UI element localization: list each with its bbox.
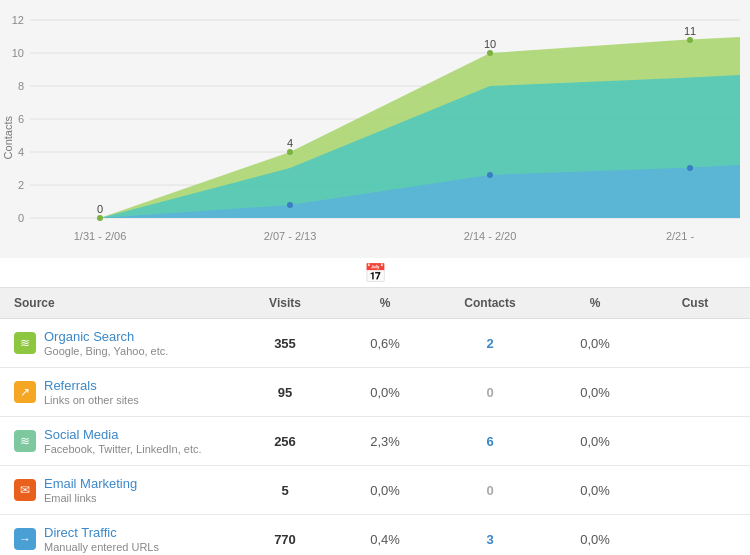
source-cell: ≋ Organic Search Google, Bing, Yahoo, et… <box>0 329 230 357</box>
source-cell: ✉ Email Marketing Email links <box>0 476 230 504</box>
source-icon: ≋ <box>14 430 36 452</box>
svg-point-26 <box>97 215 103 221</box>
svg-point-30 <box>287 202 293 208</box>
source-icon: ↗ <box>14 381 36 403</box>
table-header: Source Visits % Contacts % Cust <box>0 288 750 319</box>
cell-pct1: 0,0% <box>340 483 430 498</box>
svg-point-29 <box>687 37 693 43</box>
source-cell: ≋ Social Media Facebook, Twitter, Linked… <box>0 427 230 455</box>
svg-text:2: 2 <box>18 179 24 191</box>
svg-point-28 <box>487 50 493 56</box>
source-name[interactable]: Direct Traffic <box>44 525 159 540</box>
cell-contacts: 6 <box>430 434 550 449</box>
col-header-contacts: Contacts <box>430 296 550 310</box>
contacts-value: 0 <box>486 385 493 400</box>
source-text: Email Marketing Email links <box>44 476 137 504</box>
svg-text:1/31 - 2/06: 1/31 - 2/06 <box>74 230 127 242</box>
source-icon: → <box>14 528 36 550</box>
cell-visits: 770 <box>230 532 340 547</box>
table-body: ≋ Organic Search Google, Bing, Yahoo, et… <box>0 319 750 555</box>
table-row: ✉ Email Marketing Email links 5 0,0% 0 0… <box>0 466 750 515</box>
cell-pct2: 0,0% <box>550 483 640 498</box>
cell-visits: 5 <box>230 483 340 498</box>
svg-text:2/21 -: 2/21 - <box>666 230 694 242</box>
source-cell: ↗ Referrals Links on other sites <box>0 378 230 406</box>
cell-pct1: 0,0% <box>340 385 430 400</box>
source-desc: Email links <box>44 492 137 504</box>
cell-visits: 95 <box>230 385 340 400</box>
cell-contacts: 0 <box>430 483 550 498</box>
cell-pct2: 0,0% <box>550 532 640 547</box>
table-row: → Direct Traffic Manually entered URLs 7… <box>0 515 750 555</box>
table-row: ≋ Organic Search Google, Bing, Yahoo, et… <box>0 319 750 368</box>
cell-pct1: 2,3% <box>340 434 430 449</box>
area-chart: 12 10 8 6 4 2 0 1/31 - 2/06 2/07 - 2/13 … <box>0 0 750 258</box>
source-name[interactable]: Email Marketing <box>44 476 137 491</box>
table-row: ↗ Referrals Links on other sites 95 0,0%… <box>0 368 750 417</box>
svg-point-27 <box>287 149 293 155</box>
contacts-link[interactable]: 3 <box>486 532 493 547</box>
calendar-row[interactable]: 📅 <box>0 258 750 288</box>
svg-text:8: 8 <box>18 80 24 92</box>
chart-container: Contacts 12 10 8 6 4 2 0 1/31 - 2/06 2/0… <box>0 0 750 258</box>
svg-text:11: 11 <box>684 25 696 37</box>
cell-pct2: 0,0% <box>550 385 640 400</box>
svg-text:2/14 - 2/20: 2/14 - 2/20 <box>464 230 517 242</box>
source-desc: Links on other sites <box>44 394 139 406</box>
svg-text:12: 12 <box>12 14 24 26</box>
source-name[interactable]: Organic Search <box>44 329 168 344</box>
svg-text:10: 10 <box>12 47 24 59</box>
cell-contacts: 0 <box>430 385 550 400</box>
col-header-source: Source <box>0 296 230 310</box>
contacts-link[interactable]: 6 <box>486 434 493 449</box>
source-text: Organic Search Google, Bing, Yahoo, etc. <box>44 329 168 357</box>
cell-pct2: 0,0% <box>550 434 640 449</box>
cell-contacts: 3 <box>430 532 550 547</box>
svg-text:2/07 - 2/13: 2/07 - 2/13 <box>264 230 317 242</box>
svg-point-31 <box>487 172 493 178</box>
cell-visits: 256 <box>230 434 340 449</box>
col-header-pct1: % <box>340 296 430 310</box>
data-table: Source Visits % Contacts % Cust ≋ Organi… <box>0 288 750 555</box>
y-axis-label: Contacts <box>2 116 14 159</box>
source-desc: Google, Bing, Yahoo, etc. <box>44 345 168 357</box>
col-header-pct2: % <box>550 296 640 310</box>
source-text: Direct Traffic Manually entered URLs <box>44 525 159 553</box>
source-text: Social Media Facebook, Twitter, LinkedIn… <box>44 427 202 455</box>
svg-text:0: 0 <box>97 203 103 215</box>
source-name[interactable]: Social Media <box>44 427 202 442</box>
svg-text:0: 0 <box>18 212 24 224</box>
svg-text:4: 4 <box>287 137 293 149</box>
calendar-icon[interactable]: 📅 <box>364 262 386 284</box>
source-name[interactable]: Referrals <box>44 378 139 393</box>
contacts-link[interactable]: 2 <box>486 336 493 351</box>
cell-pct2: 0,0% <box>550 336 640 351</box>
source-cell: → Direct Traffic Manually entered URLs <box>0 525 230 553</box>
contacts-value: 0 <box>486 483 493 498</box>
col-header-visits: Visits <box>230 296 340 310</box>
source-desc: Manually entered URLs <box>44 541 159 553</box>
svg-text:4: 4 <box>18 146 24 158</box>
cell-pct1: 0,6% <box>340 336 430 351</box>
source-icon: ≋ <box>14 332 36 354</box>
cell-contacts: 2 <box>430 336 550 351</box>
svg-text:6: 6 <box>18 113 24 125</box>
cell-visits: 355 <box>230 336 340 351</box>
table-row: ≋ Social Media Facebook, Twitter, Linked… <box>0 417 750 466</box>
source-desc: Facebook, Twitter, LinkedIn, etc. <box>44 443 202 455</box>
source-icon: ✉ <box>14 479 36 501</box>
svg-point-32 <box>687 165 693 171</box>
svg-text:10: 10 <box>484 38 496 50</box>
cell-pct1: 0,4% <box>340 532 430 547</box>
source-text: Referrals Links on other sites <box>44 378 139 406</box>
col-header-customers: Cust <box>640 296 750 310</box>
